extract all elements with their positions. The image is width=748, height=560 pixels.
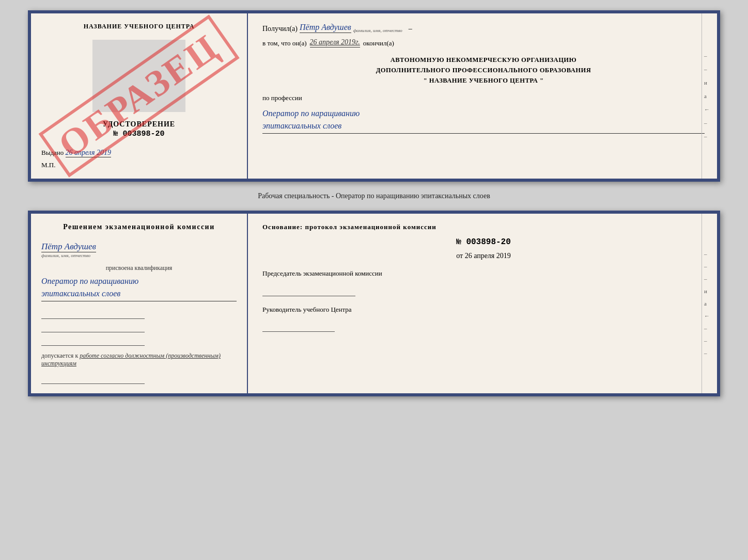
po-professii-label: по профессии bbox=[262, 94, 302, 102]
rukovoditel-label: Руководитель учебного Центра bbox=[262, 305, 705, 315]
right-margin-marks-2: – – – и а ← – – – bbox=[702, 214, 717, 393]
completion-date: 26 апреля 2019г. bbox=[310, 38, 360, 47]
specialty-label: Рабочая специальность - Оператор по нара… bbox=[258, 191, 490, 201]
vydano-line: Выдано 26 апреля 2019 bbox=[41, 142, 237, 157]
sign-line-1 bbox=[41, 310, 145, 319]
po-professii: по профессии bbox=[262, 94, 705, 102]
org-line2: ДОПОЛНИТЕЛЬНОГО ПРОФЕССИОНАЛЬНОГО ОБРАЗО… bbox=[262, 65, 705, 75]
poluchil-prefix: Получил(а) bbox=[262, 25, 298, 33]
doc1-left: НАЗВАНИЕ УЧЕБНОГО ЦЕНТРА УДОСТОВЕРЕНИЕ №… bbox=[31, 13, 248, 179]
sign-line-2 bbox=[41, 323, 145, 332]
profession-line1: Оператор по наращиванию bbox=[262, 107, 705, 120]
dopuskaetsya-prefix: допускается к bbox=[41, 352, 78, 359]
okончил: окончил(а) bbox=[363, 39, 394, 47]
rukovoditel-block: Руководитель учебного Центра bbox=[262, 305, 705, 332]
sign-line-3 bbox=[41, 337, 145, 346]
org-line1: АВТОНОМНУЮ НЕКОММЕРЧЕСКУЮ ОРГАНИЗАЦИЮ bbox=[262, 55, 705, 65]
vtom-line: в том, что он(а) 26 апреля 2019г. окончи… bbox=[262, 38, 705, 47]
protocol-date: от 26 апреля 2019 bbox=[262, 252, 705, 260]
vtom-prefix: в том, что он(а) bbox=[262, 39, 307, 47]
fio-name: Пётр Авдушев bbox=[41, 242, 96, 252]
dopuskaetsya-block: допускается к работе согласно должностны… bbox=[41, 352, 237, 367]
org-block: АВТОНОМНУЮ НЕКОММЕРЧЕСКУЮ ОРГАНИЗАЦИЮ ДО… bbox=[262, 55, 705, 86]
vydano-date: 26 апреля 2019 bbox=[66, 149, 111, 157]
dash1: – bbox=[409, 25, 412, 33]
doc2-right: Основание: протокол экзаменационной коми… bbox=[248, 214, 717, 393]
recipient-sub: фамилия, имя, отчество bbox=[353, 28, 402, 33]
protocol-date-prefix: от bbox=[456, 252, 463, 260]
doc2-left: Решением экзаменационной комиссии Пётр А… bbox=[31, 214, 248, 393]
prisvoena-label: присвоена квалификация bbox=[41, 264, 237, 272]
poluchil-line: Получил(а) Пётр Авдушев фамилия, имя, от… bbox=[262, 23, 705, 33]
doc1-number: № 003898-20 bbox=[41, 130, 237, 138]
fio-sub: фамилия, имя, отчество bbox=[41, 253, 237, 258]
resheniem-title: Решением экзаменационной комиссии bbox=[41, 223, 237, 231]
udostoverenie-label: УДОСТОВЕРЕНИЕ bbox=[41, 120, 237, 129]
qual-line1: Оператор по наращиванию bbox=[41, 275, 237, 287]
recipient-name: Пётр Авдушев bbox=[300, 23, 351, 33]
qual-line2: эпитаксиальных слоев bbox=[41, 287, 237, 301]
predsedatel-sign-line bbox=[262, 287, 355, 296]
stamp-placeholder bbox=[92, 40, 185, 112]
right-margin-marks: – – и а ← – – bbox=[702, 13, 717, 179]
udostoverenie-box: УДОСТОВЕРЕНИЕ № 003898-20 bbox=[41, 120, 237, 138]
mp-line: М.П. bbox=[41, 161, 237, 169]
osnovanie-title: Основание: протокол экзаменационной коми… bbox=[262, 223, 705, 231]
profession-line2: эпитаксиальных слоев bbox=[262, 120, 705, 134]
sign-line-bottom bbox=[41, 375, 145, 384]
document-1: НАЗВАНИЕ УЧЕБНОГО ЦЕНТРА УДОСТОВЕРЕНИЕ №… bbox=[28, 10, 720, 182]
profession-block: Оператор по наращиванию эпитаксиальных с… bbox=[262, 107, 705, 134]
org-name: " НАЗВАНИЕ УЧЕБНОГО ЦЕНТРА " bbox=[262, 75, 705, 86]
predsedatel-label: Председатель экзаменационной комиссии bbox=[262, 268, 705, 279]
protocol-date-value: 26 апреля 2019 bbox=[465, 252, 511, 260]
doc1-school-name: НАЗВАНИЕ УЧЕБНОГО ЦЕНТРА bbox=[41, 23, 237, 30]
qualification-block: Оператор по наращиванию эпитаксиальных с… bbox=[41, 275, 237, 301]
doc1-right: Получил(а) Пётр Авдушев фамилия, имя, от… bbox=[248, 13, 717, 179]
fio-block: Пётр Авдушев фамилия, имя, отчество bbox=[41, 238, 237, 258]
protocol-number: № 003898-20 bbox=[262, 237, 705, 247]
document-2: Решением экзаменационной комиссии Пётр А… bbox=[28, 211, 720, 396]
rukovoditel-sign-line bbox=[262, 323, 335, 332]
vydano-label: Выдано bbox=[41, 149, 64, 156]
predsedatel-block: Председатель экзаменационной комиссии bbox=[262, 268, 705, 296]
sign-lines bbox=[41, 310, 237, 346]
